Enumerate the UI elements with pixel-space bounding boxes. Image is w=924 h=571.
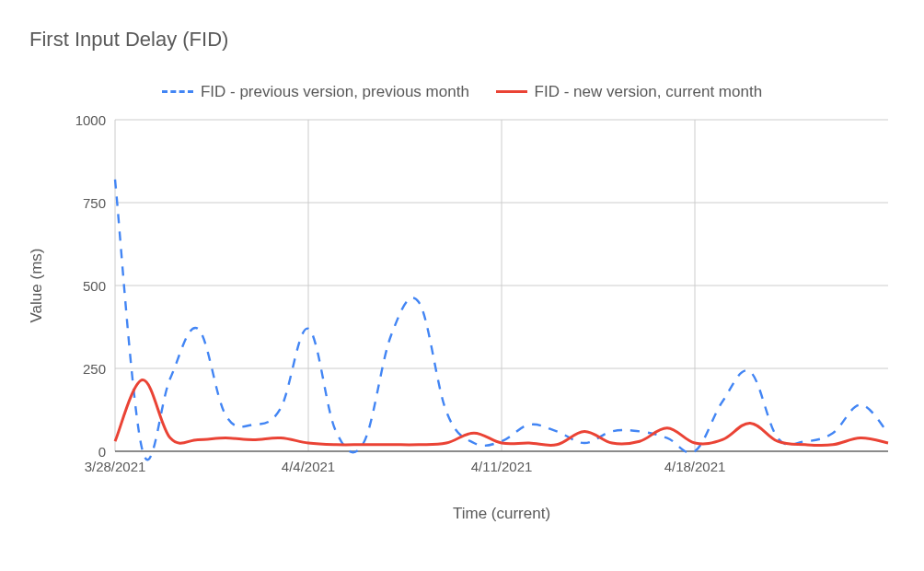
- x-tick-label: 4/11/2021: [471, 459, 533, 474]
- y-tick-label: 750: [0, 195, 106, 211]
- x-tick-label: 4/18/2021: [664, 459, 726, 474]
- legend-item-new: FID - new version, current month: [496, 83, 763, 101]
- legend-swatch-dashed-icon: [162, 90, 193, 93]
- y-tick-label: 0: [0, 444, 106, 460]
- fid-chart: First Input Delay (FID) FID - previous v…: [0, 0, 924, 571]
- legend-swatch-solid-icon: [496, 90, 527, 93]
- y-tick-label: 500: [0, 278, 106, 294]
- x-axis-ticks: 3/28/20214/4/20214/11/20214/18/2021: [115, 459, 888, 481]
- plot-svg: [115, 120, 888, 451]
- x-tick-label: 4/4/2021: [282, 459, 335, 474]
- x-axis-label: Time (current): [115, 505, 888, 523]
- plot-area: [115, 120, 888, 451]
- y-tick-label: 1000: [0, 112, 106, 128]
- y-axis-ticks: 02505007501000: [0, 120, 106, 451]
- gridlines: [115, 120, 888, 451]
- x-tick-label: 3/28/2021: [85, 459, 146, 474]
- legend-label-previous: FID - previous version, previous month: [201, 83, 469, 101]
- chart-title: First Input Delay (FID): [29, 28, 228, 52]
- y-tick-label: 250: [0, 361, 106, 377]
- legend-item-previous: FID - previous version, previous month: [162, 83, 469, 101]
- legend-label-new: FID - new version, current month: [535, 83, 763, 101]
- legend: FID - previous version, previous month F…: [0, 79, 924, 101]
